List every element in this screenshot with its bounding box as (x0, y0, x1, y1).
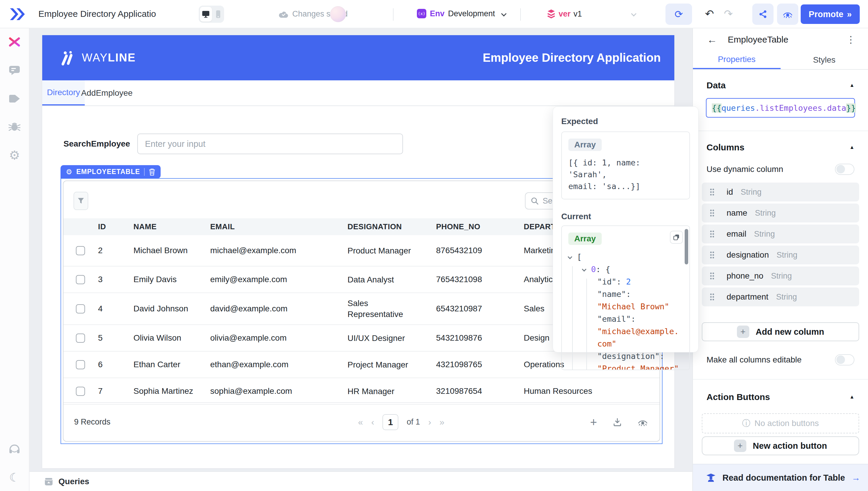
chevrons-right-icon: » (847, 9, 852, 19)
download-icon[interactable] (613, 418, 622, 427)
redo-button[interactable]: ↷ (724, 8, 733, 20)
column-item-department[interactable]: department String (702, 287, 859, 306)
app-builder-logo-icon[interactable] (9, 7, 26, 21)
first-page-button[interactable]: « (358, 417, 363, 427)
drag-handle-icon[interactable] (709, 272, 715, 280)
tab-directory[interactable]: Directory (42, 80, 85, 106)
column-item-name[interactable]: name String (702, 204, 859, 223)
sidebar-item-pages[interactable] (8, 93, 20, 105)
env-label: Env (430, 9, 445, 18)
json-line[interactable]: [ (568, 251, 683, 263)
refresh-button[interactable]: ⟳ (665, 4, 692, 25)
json-line: "michael@example.com" (568, 325, 683, 350)
pagination: « ‹ 1 of 1 › » (358, 414, 444, 430)
columns-section-header[interactable]: Columns ▲ (693, 142, 868, 152)
cell-designation: UI/UX Designer (347, 333, 436, 344)
prev-page-button[interactable]: ‹ (371, 417, 374, 427)
expander-icon[interactable] (568, 255, 572, 259)
moon-icon: ☾ (9, 471, 20, 483)
next-page-button[interactable]: › (428, 417, 431, 427)
row-checkbox[interactable] (76, 304, 85, 313)
add-new-column-label: Add new column (756, 327, 824, 337)
column-item-id[interactable]: id String (702, 182, 859, 201)
last-page-button[interactable]: » (440, 417, 445, 427)
desktop-view-button[interactable] (200, 7, 212, 22)
theme-toggle[interactable]: ☾ (8, 471, 20, 483)
row-checkbox[interactable] (76, 246, 85, 255)
column-header[interactable]: PHONE_NO (436, 222, 524, 231)
copy-button[interactable] (670, 231, 683, 244)
json-line: "Product Manager" (568, 363, 683, 370)
back-button[interactable]: ← (707, 34, 717, 46)
row-checkbox[interactable] (76, 360, 85, 369)
expected-box: Array [{ id: 1, name: 'Sarah', email: 's… (561, 132, 690, 199)
mobile-view-button[interactable] (214, 7, 223, 22)
new-action-button[interactable]: + New action button (702, 436, 859, 455)
sidebar-item-canvas[interactable] (8, 36, 20, 48)
widget-selection-badge[interactable]: ⚙ EMPLOYEETABLE (61, 165, 161, 178)
action-buttons-section-header[interactable]: Action Buttons ▲ (693, 392, 868, 402)
undo-button[interactable]: ↶ (705, 8, 714, 20)
cell-id: 5 (98, 333, 133, 343)
column-header[interactable]: ID (98, 222, 133, 231)
drag-handle-icon[interactable] (709, 293, 715, 301)
tab-add-employee[interactable]: AddEmployee (85, 80, 129, 106)
chevron-down-icon[interactable] (631, 11, 636, 16)
column-header[interactable]: EMAIL (210, 222, 347, 231)
drag-handle-icon[interactable] (709, 230, 715, 238)
chevron-down-icon[interactable] (501, 11, 506, 16)
json-line[interactable]: 0: { (568, 263, 683, 276)
row-checkbox[interactable] (76, 334, 85, 343)
current-page-input[interactable]: 1 (382, 414, 398, 430)
sidebar-item-support[interactable] (8, 443, 20, 455)
collapse-icon[interactable]: ▲ (849, 394, 855, 400)
collapse-icon[interactable]: ▲ (849, 82, 855, 88)
search-employee-input[interactable] (137, 134, 403, 154)
version-selector[interactable]: ver v1 (547, 9, 582, 19)
queries-panel-bar[interactable]: Queries (30, 471, 692, 491)
expander-icon[interactable] (582, 267, 587, 272)
avatar[interactable] (330, 6, 346, 22)
column-header[interactable]: DESIGNATION (347, 222, 436, 231)
tab-properties[interactable]: Properties (693, 51, 781, 69)
environment-selector[interactable]: (x) Env Development (417, 9, 495, 18)
sidebar-item-debugger[interactable] (8, 121, 20, 133)
drag-handle-icon[interactable] (709, 188, 715, 196)
sidebar-item-inspector[interactable] (8, 64, 20, 76)
add-new-column-button[interactable]: + Add new column (702, 322, 859, 341)
eye-icon[interactable] (638, 418, 648, 426)
table-filter-button[interactable] (73, 192, 88, 210)
cell-name: Ethan Carter (133, 360, 210, 369)
row-checkbox[interactable] (76, 387, 85, 396)
cell-phone: 6543210987 (436, 304, 524, 313)
column-item-email[interactable]: email String (702, 225, 859, 243)
toggle-knob (836, 355, 845, 364)
trash-icon[interactable] (149, 168, 155, 176)
use-dynamic-column-toggle[interactable] (835, 164, 855, 175)
add-row-button[interactable]: + (590, 416, 597, 428)
column-item-designation[interactable]: designation String (702, 246, 859, 264)
brand-way: WAY (82, 51, 108, 64)
column-item-phone-no[interactable]: phone_no String (702, 266, 859, 285)
gear-icon[interactable]: ⚙ (66, 168, 72, 176)
make-editable-toggle[interactable] (835, 354, 855, 366)
drag-handle-icon[interactable] (709, 251, 715, 259)
row-checkbox[interactable] (76, 275, 85, 284)
share-button[interactable] (752, 4, 774, 25)
scrollbar-thumb[interactable] (685, 229, 688, 264)
column-header[interactable]: NAME (133, 222, 210, 231)
kebab-menu-button[interactable]: ⋮ (846, 34, 856, 45)
table-row[interactable]: 7 Sophia Martinez sophia@example.com HR … (63, 378, 659, 405)
collapse-icon[interactable]: ▲ (849, 144, 855, 150)
promote-button[interactable]: Promote » (801, 4, 860, 24)
table-data-input[interactable]: {{queries.listEmployees.data}} (706, 98, 855, 118)
tab-styles[interactable]: Styles (781, 51, 868, 69)
documentation-link[interactable]: Read documentation for Table → (693, 464, 868, 491)
column-type: String (741, 187, 762, 197)
data-section-header[interactable]: Data ▲ (693, 80, 868, 90)
device-toggle (199, 6, 224, 23)
column-name: phone_no (726, 271, 764, 281)
sidebar-item-settings[interactable]: ⚙ (8, 149, 20, 161)
preview-button[interactable] (777, 4, 798, 25)
drag-handle-icon[interactable] (709, 209, 715, 217)
